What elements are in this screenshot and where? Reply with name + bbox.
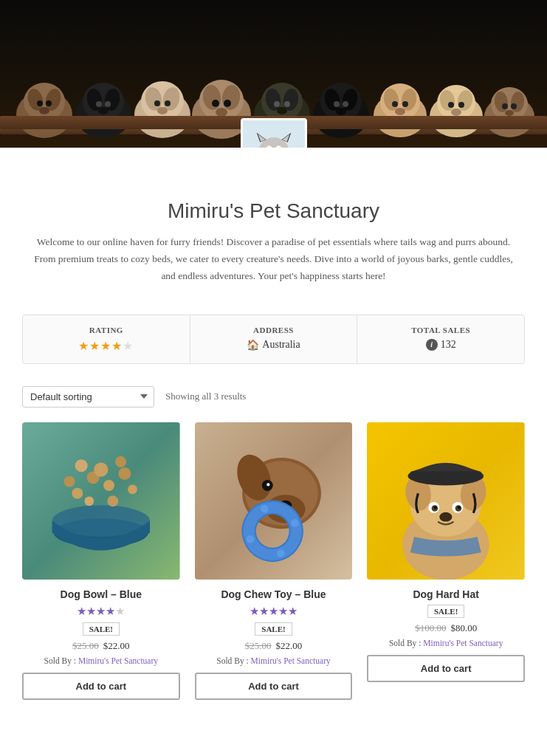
product-image	[195, 422, 353, 580]
shop-avatar	[241, 118, 307, 148]
svg-rect-118	[410, 471, 481, 478]
star-empty: ★	[123, 340, 134, 352]
svg-point-42	[343, 101, 348, 107]
avatar-image	[243, 120, 305, 148]
shop-title: Mimiru's Pet Sanctuary	[22, 199, 525, 223]
store-banner	[0, 0, 547, 148]
svg-point-123	[434, 506, 437, 509]
sort-select[interactable]: Default sortingSort by popularitySort by…	[22, 386, 154, 408]
sale-price: $22.00	[103, 640, 130, 652]
svg-point-124	[458, 506, 461, 509]
svg-point-64	[505, 110, 514, 116]
shop-header: Mimiru's Pet Sanctuary Welcome to our on…	[0, 192, 547, 315]
svg-point-63	[511, 103, 517, 109]
info-icon: i	[426, 339, 438, 351]
svg-point-15	[98, 107, 109, 114]
product-name: Dog Chew Toy – Blue	[221, 588, 326, 600]
svg-point-35	[284, 101, 290, 107]
svg-point-20	[154, 100, 160, 106]
svg-point-91	[84, 496, 94, 506]
svg-point-41	[334, 101, 340, 107]
svg-point-104	[266, 483, 269, 486]
svg-point-62	[502, 103, 508, 109]
sold-by: Sold By : Mimiru's Pet Sanctuary	[389, 639, 503, 647]
svg-point-90	[118, 467, 131, 480]
svg-point-97	[115, 456, 126, 467]
sold-by: Sold By : Mimiru's Pet Sanctuary	[216, 656, 330, 665]
product-card: Dog Hard Hat SALE! $100.00 $80.00 Sold B…	[367, 422, 525, 701]
svg-point-28	[224, 100, 231, 107]
product-image	[367, 422, 525, 580]
sales-count: 132	[441, 339, 456, 351]
svg-point-49	[402, 101, 408, 107]
sale-badge: SALE!	[255, 622, 292, 636]
sale-price: $22.00	[275, 640, 302, 652]
svg-point-50	[395, 108, 405, 115]
home-icon: 🏠	[247, 339, 259, 351]
price-row: $25.00 $22.00	[245, 640, 303, 652]
address-text: Australia	[262, 339, 300, 351]
address-stat: ADDRESS 🏠 Australia	[190, 315, 358, 363]
svg-point-8	[39, 107, 49, 114]
sale-badge: SALE!	[83, 622, 120, 636]
sold-by: Sold By : Mimiru's Pet Sanctuary	[44, 656, 158, 665]
original-price: $25.00	[245, 640, 272, 652]
svg-point-7	[46, 100, 52, 106]
stats-bar: RATING ★★★★★ ADDRESS 🏠 Australia TOTAL S…	[22, 315, 525, 364]
sale-price: $80.00	[450, 622, 477, 634]
svg-point-94	[64, 475, 75, 487]
sorting-bar: Default sortingSort by popularitySort by…	[0, 382, 547, 422]
results-count: Showing all 3 results	[165, 391, 246, 402]
price-row: $100.00 $80.00	[415, 622, 477, 634]
rating-label: RATING	[30, 326, 182, 334]
product-image	[22, 422, 180, 580]
products-grid: Dog Bowl – Blue ★★★★★ SALE! $25.00 $22.0…	[0, 422, 547, 730]
add-to-cart-button[interactable]: Add to cart	[195, 673, 353, 700]
svg-point-43	[336, 108, 346, 115]
svg-point-57	[451, 109, 461, 116]
svg-point-21	[165, 100, 171, 106]
product-stars: ★★★★★	[250, 605, 297, 618]
rating-stat: RATING ★★★★★	[23, 315, 190, 363]
svg-point-48	[392, 101, 398, 107]
svg-point-36	[277, 107, 287, 114]
address-label: ADDRESS	[198, 326, 350, 334]
seller-link[interactable]: Mimiru's Pet Sanctuary	[251, 656, 331, 665]
svg-point-13	[96, 101, 102, 107]
sales-label: TOTAL SALES	[365, 326, 517, 334]
svg-rect-84	[22, 422, 180, 580]
svg-point-95	[128, 484, 137, 494]
svg-point-34	[274, 101, 280, 107]
svg-point-55	[448, 102, 454, 108]
svg-point-89	[103, 480, 114, 491]
address-value: 🏠 Australia	[198, 339, 350, 351]
product-name: Dog Bowl – Blue	[61, 588, 142, 600]
sales-stat: TOTAL SALES i 132	[357, 315, 524, 363]
sale-badge: SALE!	[427, 605, 464, 618]
price-row: $25.00 $22.00	[72, 640, 130, 652]
rating-value: ★★★★★	[30, 339, 182, 353]
add-to-cart-button[interactable]: Add to cart	[22, 673, 180, 700]
seller-link[interactable]: Mimiru's Pet Sanctuary	[423, 639, 503, 647]
add-to-cart-button[interactable]: Add to cart	[367, 655, 525, 682]
original-price: $100.00	[415, 622, 446, 634]
seller-link[interactable]: Mimiru's Pet Sanctuary	[78, 656, 158, 665]
svg-point-6	[37, 100, 43, 106]
svg-point-27	[212, 100, 219, 107]
shop-description: Welcome to our online haven for furry fr…	[30, 234, 517, 285]
svg-point-14	[105, 101, 111, 107]
rating-stars: ★★★★★	[78, 339, 134, 353]
product-name: Dog Hard Hat	[413, 588, 478, 600]
product-card: Dog Bowl – Blue ★★★★★ SALE! $25.00 $22.0…	[22, 422, 180, 701]
svg-point-92	[107, 495, 118, 506]
sales-value: i 132	[365, 339, 517, 351]
product-stars: ★★★★★	[77, 605, 125, 618]
svg-point-56	[458, 102, 464, 108]
product-card: Dog Chew Toy – Blue ★★★★★ SALE! $25.00 $…	[195, 422, 353, 701]
svg-point-125	[440, 512, 453, 522]
svg-point-87	[72, 487, 83, 498]
svg-point-22	[157, 107, 168, 114]
svg-point-93	[94, 462, 108, 476]
svg-point-96	[75, 459, 88, 472]
original-price: $25.00	[72, 640, 99, 652]
